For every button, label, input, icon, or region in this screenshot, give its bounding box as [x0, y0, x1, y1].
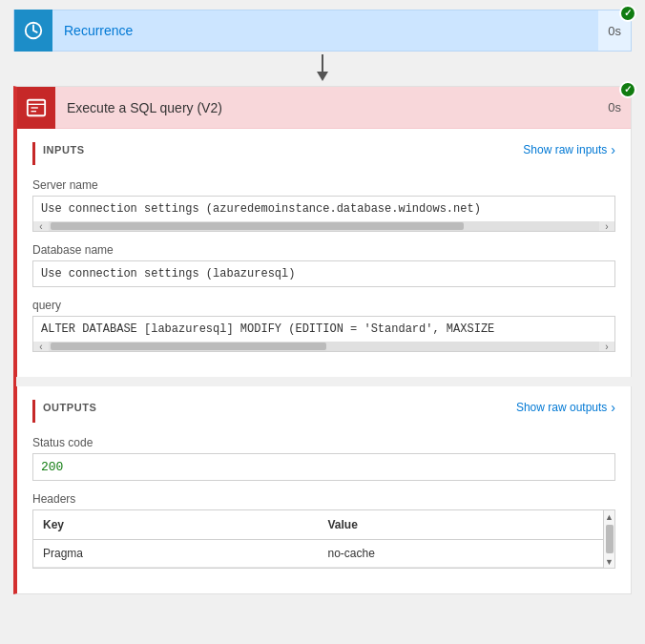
scrollbar-down-icon[interactable]: ▼	[604, 555, 615, 568]
scrollbar-up-icon[interactable]: ▲	[604, 510, 615, 523]
chevron-right-icon: ›	[611, 142, 615, 157]
sql-card-header[interactable]: Execute a SQL query (V2) 0s	[17, 87, 631, 129]
server-name-scrollbar[interactable]: ‹ ›	[33, 221, 614, 231]
scroll-track[interactable]	[49, 221, 599, 231]
query-scroll-thumb	[51, 343, 326, 350]
scroll-right-icon[interactable]: ›	[599, 221, 614, 231]
database-name-field: Database name Use connection settings (l…	[32, 243, 615, 287]
page-container: Recurrence 0s Execute a SQL query (V2) 0…	[0, 0, 645, 604]
recurrence-title: Recurrence	[52, 23, 598, 38]
query-scroll-right-icon[interactable]: ›	[599, 342, 614, 351]
inputs-section-header: INPUTS Show raw inputs ›	[32, 142, 615, 165]
show-raw-inputs-link[interactable]: Show raw inputs ›	[523, 142, 615, 157]
query-value: ALTER DATABASE [labazuresql] MODIFY (EDI…	[33, 317, 614, 342]
sql-card-title: Execute a SQL query (V2)	[55, 100, 598, 115]
show-raw-outputs-link[interactable]: Show raw outputs ›	[516, 400, 615, 415]
recurrence-card[interactable]: Recurrence 0s	[13, 10, 632, 52]
arrow-connector	[13, 52, 632, 86]
database-name-label: Database name	[32, 243, 615, 257]
server-name-field: Server name Use connection settings (azu…	[32, 178, 615, 232]
headers-table-wrapper: Key Value Pragma no-cache ▲ ▼	[32, 509, 615, 569]
svg-marker-2	[317, 72, 328, 81]
table-value-cell: no-cache	[319, 540, 604, 567]
scrollbar-track[interactable]	[606, 525, 614, 553]
table-header-row: Key Value	[33, 510, 603, 540]
query-label: query	[32, 299, 615, 312]
sql-check-badge	[619, 81, 636, 98]
headers-label: Headers	[32, 492, 615, 506]
query-scroll-left-icon[interactable]: ‹	[33, 342, 49, 351]
database-name-value: Use connection settings (labazuresql)	[32, 260, 615, 287]
headers-field: Headers Key Value Pragma no-cache ▲	[32, 492, 615, 569]
scroll-left-icon[interactable]: ‹	[33, 221, 49, 231]
table-row: Pragma no-cache	[33, 540, 603, 568]
query-value-container: ALTER DATABASE [labazuresql] MODIFY (EDI…	[32, 316, 615, 352]
sql-card: Execute a SQL query (V2) 0s INPUTS Show …	[13, 86, 632, 594]
inputs-label: INPUTS	[43, 144, 85, 156]
outputs-section-header: OUTPUTS Show raw outputs ›	[32, 400, 615, 423]
query-scroll-track[interactable]	[49, 342, 599, 351]
outputs-section: OUTPUTS Show raw outputs › Status code 2…	[17, 386, 631, 593]
col-value-header: Value	[319, 510, 604, 539]
query-field: query ALTER DATABASE [labazuresql] MODIF…	[32, 299, 615, 352]
outputs-chevron-right-icon: ›	[611, 400, 615, 415]
server-name-value-container: Use connection settings (azuredemoinstan…	[32, 196, 615, 232]
inputs-section: INPUTS Show raw inputs › Server name Use…	[17, 129, 631, 377]
table-key-cell: Pragma	[33, 540, 319, 567]
table-scrollbar-v[interactable]: ▲ ▼	[603, 510, 614, 568]
section-divider	[16, 377, 632, 386]
query-scrollbar[interactable]: ‹ ›	[33, 342, 614, 351]
outputs-label: OUTPUTS	[43, 402, 96, 413]
col-key-header: Key	[33, 510, 319, 539]
recurrence-check-badge	[619, 5, 636, 22]
scroll-thumb	[51, 222, 464, 230]
server-name-label: Server name	[32, 178, 615, 192]
status-code-label: Status code	[32, 436, 615, 449]
scrollbar-thumb	[606, 525, 614, 553]
recurrence-icon	[14, 10, 52, 52]
status-code-value: 200	[32, 453, 615, 481]
server-name-value: Use connection settings (azuredemoinstan…	[33, 197, 614, 221]
sql-duration: 0s	[598, 100, 631, 114]
status-code-field: Status code 200	[32, 436, 615, 481]
sql-card-icon	[17, 87, 55, 129]
